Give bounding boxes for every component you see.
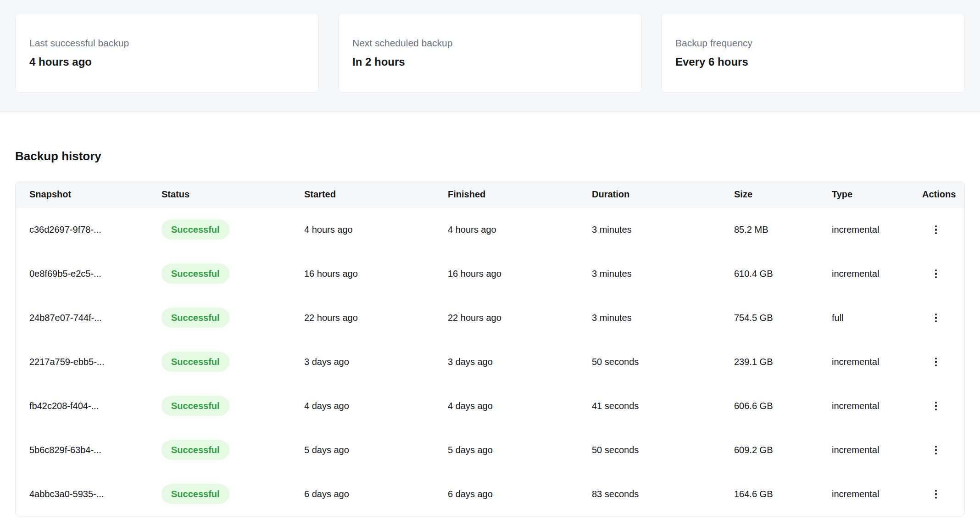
snapshot-id-cell: c36d2697-9f78-...	[16, 207, 161, 252]
size-cell: 609.2 GB	[734, 428, 832, 472]
type-cell: incremental	[832, 252, 922, 296]
card-value: In 2 hours	[352, 55, 628, 69]
card-value: 4 hours ago	[29, 55, 305, 69]
backup-history-table: Snapshot Status Started Finished Duratio…	[15, 181, 965, 516]
status-badge: Successful	[161, 396, 229, 416]
column-header-duration: Duration	[592, 181, 734, 207]
finished-cell: 22 hours ago	[448, 296, 592, 340]
actions-menu-button[interactable]	[926, 484, 946, 505]
size-cell: 164.6 GB	[734, 472, 832, 516]
started-cell: 5 days ago	[304, 428, 448, 472]
actions-cell	[922, 252, 964, 296]
duration-cell: 41 seconds	[592, 384, 734, 428]
actions-menu-button[interactable]	[926, 220, 946, 240]
column-header-snapshot: Snapshot	[16, 181, 161, 207]
kebab-menu-icon	[935, 358, 937, 367]
kebab-menu-icon	[935, 446, 937, 455]
finished-cell: 3 days ago	[448, 340, 592, 384]
summary-card-next-backup: Next scheduled backup In 2 hours	[338, 13, 642, 93]
finished-cell: 4 days ago	[448, 384, 592, 428]
size-cell: 754.5 GB	[734, 296, 832, 340]
type-cell: incremental	[832, 428, 922, 472]
status-cell: Successful	[161, 340, 304, 384]
status-cell: Successful	[161, 207, 304, 252]
status-badge: Successful	[161, 219, 229, 240]
kebab-menu-icon	[935, 225, 937, 235]
snapshot-id-cell: fb42c208-f404-...	[16, 384, 161, 428]
type-cell: incremental	[832, 207, 922, 252]
kebab-menu-icon	[935, 269, 937, 279]
column-header-started: Started	[304, 181, 448, 207]
table-row: 0e8f69b5-e2c5-... Successful 16 hours ag…	[16, 252, 964, 296]
status-badge: Successful	[161, 440, 229, 460]
card-value: Every 6 hours	[675, 55, 951, 69]
type-cell: full	[832, 296, 922, 340]
actions-menu-button[interactable]	[926, 352, 946, 372]
table-header-row: Snapshot Status Started Finished Duratio…	[16, 181, 964, 207]
column-header-size: Size	[734, 181, 832, 207]
table-row: 5b6c829f-63b4-... Successful 5 days ago …	[16, 428, 964, 472]
started-cell: 4 hours ago	[304, 207, 448, 252]
duration-cell: 3 minutes	[592, 252, 734, 296]
type-cell: incremental	[832, 472, 922, 516]
column-header-type: Type	[832, 181, 922, 207]
actions-cell	[922, 296, 964, 340]
size-cell: 85.2 MB	[734, 207, 832, 252]
size-cell: 239.1 GB	[734, 340, 832, 384]
snapshot-id-cell: 5b6c829f-63b4-...	[16, 428, 161, 472]
duration-cell: 3 minutes	[592, 207, 734, 252]
actions-cell	[922, 472, 964, 516]
status-cell: Successful	[161, 428, 304, 472]
status-cell: Successful	[161, 252, 304, 296]
started-cell: 22 hours ago	[304, 296, 448, 340]
actions-menu-button[interactable]	[926, 396, 946, 416]
status-badge: Successful	[161, 352, 229, 372]
status-badge: Successful	[161, 264, 229, 284]
duration-cell: 50 seconds	[592, 428, 734, 472]
actions-cell	[922, 428, 964, 472]
backup-history-section: Backup history Snapshot Status Started F…	[0, 149, 980, 516]
snapshot-id-cell: 4abbc3a0-5935-...	[16, 472, 161, 516]
status-cell: Successful	[161, 472, 304, 516]
snapshot-id-cell: 24b87e07-744f-...	[16, 296, 161, 340]
column-header-actions: Actions	[922, 181, 964, 207]
table-row: 2217a759-ebb5-... Successful 3 days ago …	[16, 340, 964, 384]
actions-menu-button[interactable]	[926, 264, 946, 284]
backup-summary-band: Last successful backup 4 hours ago Next …	[0, 0, 980, 112]
kebab-menu-icon	[935, 402, 937, 411]
actions-menu-button[interactable]	[926, 440, 946, 460]
started-cell: 4 days ago	[304, 384, 448, 428]
duration-cell: 50 seconds	[592, 340, 734, 384]
duration-cell: 83 seconds	[592, 472, 734, 516]
card-label: Last successful backup	[29, 37, 305, 49]
summary-card-backup-frequency: Backup frequency Every 6 hours	[661, 13, 965, 93]
status-cell: Successful	[161, 296, 304, 340]
duration-cell: 3 minutes	[592, 296, 734, 340]
started-cell: 16 hours ago	[304, 252, 448, 296]
finished-cell: 4 hours ago	[448, 207, 592, 252]
started-cell: 3 days ago	[304, 340, 448, 384]
finished-cell: 5 days ago	[448, 428, 592, 472]
card-label: Next scheduled backup	[352, 37, 628, 49]
status-cell: Successful	[161, 384, 304, 428]
table-row: 24b87e07-744f-... Successful 22 hours ag…	[16, 296, 964, 340]
actions-cell	[922, 384, 964, 428]
column-header-finished: Finished	[448, 181, 592, 207]
type-cell: incremental	[832, 340, 922, 384]
column-header-status: Status	[161, 181, 304, 207]
finished-cell: 16 hours ago	[448, 252, 592, 296]
page-title: Backup history	[15, 149, 965, 163]
table-row: fb42c208-f404-... Successful 4 days ago …	[16, 384, 964, 428]
started-cell: 6 days ago	[304, 472, 448, 516]
actions-cell	[922, 340, 964, 384]
snapshot-id-cell: 2217a759-ebb5-...	[16, 340, 161, 384]
table-row: 4abbc3a0-5935-... Successful 6 days ago …	[16, 472, 964, 516]
snapshot-id-cell: 0e8f69b5-e2c5-...	[16, 252, 161, 296]
status-badge: Successful	[161, 484, 229, 504]
table-row: c36d2697-9f78-... Successful 4 hours ago…	[16, 207, 964, 252]
card-label: Backup frequency	[675, 37, 951, 49]
actions-menu-button[interactable]	[926, 308, 946, 328]
summary-card-last-backup: Last successful backup 4 hours ago	[15, 13, 319, 93]
finished-cell: 6 days ago	[448, 472, 592, 516]
type-cell: incremental	[832, 384, 922, 428]
